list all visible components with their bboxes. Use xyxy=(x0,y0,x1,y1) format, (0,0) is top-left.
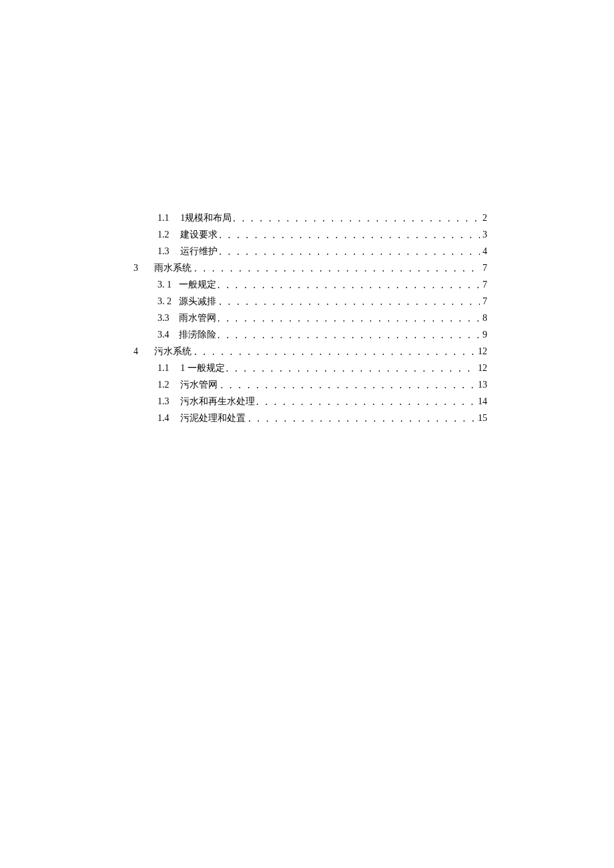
toc-number: 4 xyxy=(133,344,152,360)
leader-dots xyxy=(216,278,480,294)
leader-dots xyxy=(218,245,480,261)
toc-page: 4 xyxy=(480,244,487,260)
toc-entry: 1.3 污水和再生水处理 14 xyxy=(158,394,487,410)
toc-page: 14 xyxy=(475,394,487,410)
toc-title: 源头减排 xyxy=(179,294,216,310)
toc-number: 3 xyxy=(133,260,152,276)
leader-dots xyxy=(216,312,480,328)
toc-entry: 3. 2 源头减排 7 xyxy=(158,294,487,310)
toc-page: 2 xyxy=(480,210,487,226)
leader-dots xyxy=(232,211,480,228)
toc-entry: 1.1 1规模和布局 2 xyxy=(158,210,487,227)
leader-dots xyxy=(220,378,475,394)
table-of-contents: 1.1 1规模和布局 2 1.2 建设要求 3 1.3 运行维护 4 3 雨水系… xyxy=(133,210,487,427)
toc-title: 雨水管网 xyxy=(179,310,216,326)
toc-page: 8 xyxy=(480,310,487,326)
leader-dots xyxy=(255,395,475,411)
toc-title: 排涝除险 xyxy=(179,327,216,343)
leader-dots xyxy=(218,228,480,244)
toc-number: 3. 1 xyxy=(158,277,179,293)
toc-title: 污水管网 xyxy=(180,377,218,393)
toc-number: 1.3 xyxy=(158,244,179,260)
leader-dots xyxy=(247,412,475,428)
toc-page: 9 xyxy=(480,327,487,343)
toc-page: 12 xyxy=(475,360,487,376)
toc-page: 3 xyxy=(480,227,487,243)
toc-entry: 1.2 污水管网 13 xyxy=(158,377,487,394)
leader-dots xyxy=(193,262,480,278)
toc-title: 运行维护 xyxy=(180,244,218,260)
toc-entry: 3 雨水系统 7 xyxy=(133,260,487,277)
toc-entry: 1.4 污泥处理和处置 15 xyxy=(158,410,487,427)
toc-number: 1.2 xyxy=(158,227,179,243)
toc-number: 3.4 xyxy=(158,327,179,343)
toc-number: 1.1 xyxy=(158,210,179,226)
leader-dots xyxy=(216,328,480,344)
toc-number: 1.2 xyxy=(158,377,179,393)
toc-number: 3. 2 xyxy=(158,294,179,310)
toc-entry: 4 污水系统 12 xyxy=(133,344,487,360)
toc-title: 雨水系统 xyxy=(154,260,192,276)
leader-dots xyxy=(218,295,480,311)
toc-entry: 1.1 1 一般规定 12 xyxy=(158,360,487,377)
toc-page: 15 xyxy=(475,410,487,426)
toc-title: 建设要求 xyxy=(180,227,218,243)
toc-entry: 1.2 建设要求 3 xyxy=(158,227,487,244)
toc-entry: 3.4 排涝除险 9 xyxy=(158,327,487,344)
toc-title: 一般规定 xyxy=(179,277,216,293)
toc-entry: 3. 1 一般规定 7 xyxy=(158,277,487,294)
toc-page: 7 xyxy=(480,260,487,276)
document-page: 1.1 1规模和布局 2 1.2 建设要求 3 1.3 运行维护 4 3 雨水系… xyxy=(0,0,614,427)
toc-number: 3.3 xyxy=(158,310,179,326)
toc-number: 1.3 xyxy=(158,394,179,410)
toc-page: 7 xyxy=(480,294,487,310)
toc-title: 污泥处理和处置 xyxy=(180,410,246,426)
toc-number: 1.1 xyxy=(158,360,179,376)
toc-title: 1 一般规定 xyxy=(180,360,225,376)
toc-page: 7 xyxy=(480,277,487,293)
toc-title: 1规模和布局 xyxy=(180,210,232,226)
toc-title: 污水系统 xyxy=(154,344,192,360)
toc-page: 13 xyxy=(475,377,487,393)
leader-dots xyxy=(225,362,475,378)
toc-title: 污水和再生水处理 xyxy=(180,394,255,410)
toc-number: 1.4 xyxy=(158,410,179,426)
leader-dots xyxy=(193,345,475,361)
toc-page: 12 xyxy=(475,344,487,360)
toc-entry: 1.3 运行维护 4 xyxy=(158,244,487,260)
toc-entry: 3.3 雨水管网 8 xyxy=(158,310,487,327)
